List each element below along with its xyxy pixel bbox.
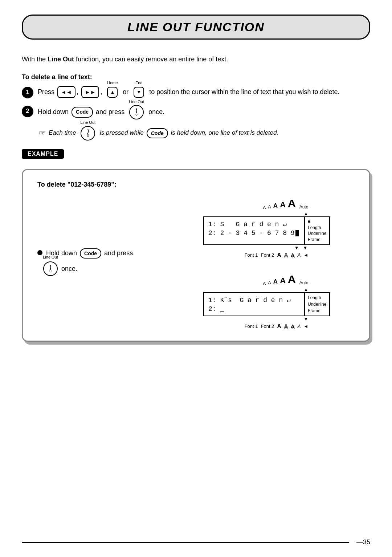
or-text: or	[123, 88, 130, 95]
note: ☞ Each time Line Out ) 0 is pressed whil…	[38, 126, 370, 141]
back-arrow-key[interactable]: ◄◄	[57, 86, 75, 98]
step-1-text-after: to position the cursor within the line o…	[149, 88, 339, 95]
intro-text-after: function, you can easily remove an entir…	[74, 56, 228, 63]
note-italic-2: is pressed while	[100, 129, 146, 136]
bullet-dot	[37, 250, 42, 255]
spacer	[37, 197, 189, 248]
lcd-2-display-row: 1: K´s G a r d e n ↵ 2: _ Length Underli…	[203, 292, 330, 316]
delete-heading: To delete a line of text:	[22, 73, 370, 81]
home-key[interactable]: ▲	[107, 87, 118, 98]
example-label-container: EXAMPLE	[22, 149, 370, 166]
lcd-2: A A A A A Auto ▲ 1: K´s G a r d e n ↵	[203, 273, 330, 330]
note-text: Each time Line Out ) 0 is pressed while …	[49, 126, 278, 141]
code-key-example[interactable]: Code	[80, 248, 101, 259]
example-two-col: Hold down Code and press Line Out ) 0 on…	[37, 197, 355, 330]
step-2-number: 2	[22, 106, 33, 117]
example-box: To delete "012-345-6789": Hold down Code…	[22, 169, 370, 342]
step-2-content: Hold down Code and press Line Out ) 0 on…	[38, 105, 370, 119]
and-press-text: and press	[104, 249, 133, 257]
title-box: LINE OUT FUNCTION	[22, 15, 370, 40]
page: LINE OUT FUNCTION With the Line Out func…	[0, 0, 392, 557]
lcd-1-display-row: 1: S G a r d e n ↵ 2: 2 - 3 4 5 - 6 7 8 …	[203, 216, 330, 245]
lcd-2-tri-up: ▲	[304, 287, 330, 292]
end-key[interactable]: ▼	[134, 87, 144, 98]
intro-bold: Line Out	[48, 56, 74, 63]
bullet-content: Hold down Code and press	[46, 248, 133, 259]
key-row: Line Out ) 0 once.	[42, 261, 189, 276]
intro-paragraph: With the Line Out function, you can easi…	[22, 54, 370, 65]
lcd-1: A A A A A Auto ▲ 1: S G a r d e n ↵	[203, 197, 330, 259]
line-out-label-step2: Line Out	[129, 98, 144, 105]
lcd-2-sizes: A A A A A Auto	[263, 273, 330, 285]
step-1-content: Press ◄◄, ►► , Home ▲ or End ▼	[38, 86, 370, 98]
lcd-1-right-labels: ■ Length Underline Frame	[305, 216, 330, 245]
footer-line	[22, 542, 349, 543]
lcd-1-tri-down1: ▼ ▼	[294, 245, 330, 251]
lcd-1-line1: 1: S G a r d e n ↵	[208, 219, 300, 229]
lcd-1-font-row: Font 1 Font 2 A A A A ◄	[245, 252, 330, 259]
step-2: 2 Hold down Code and press Line Out ) 0 …	[22, 105, 370, 119]
forward-arrow-key[interactable]: ►►	[81, 86, 99, 98]
step-1-text-before: Press	[38, 88, 56, 95]
example-box-title: To delete "012-345-6789":	[37, 181, 355, 188]
lcd-1-screen: 1: S G a r d e n ↵ 2: 2 - 3 4 5 - 6 7 8 …	[203, 216, 305, 245]
step-2-and-press: and press	[96, 108, 126, 115]
lcd-1-tri-up: ▲	[304, 211, 330, 216]
lcd-2-right-labels: Length Underline Frame	[305, 292, 330, 316]
once-text-ex: once.	[61, 265, 77, 273]
step-1-number: 1	[22, 87, 33, 98]
lcd-2-tri-down: ▼	[304, 316, 330, 322]
code-key-step2[interactable]: Code	[72, 107, 93, 118]
lcd-1-line2: 2: 2 - 3 4 5 - 6 7 8 9	[208, 229, 300, 237]
lcd-2-font-row: Font 1 Font 2 A A A A ◄	[245, 323, 330, 330]
example-left: Hold down Code and press Line Out ) 0 on…	[37, 197, 189, 276]
step-2-hold-text: Hold down	[38, 108, 70, 115]
steps-container: 1 Press ◄◄, ►► , Home ▲ or End	[22, 86, 370, 141]
step-2-once: once.	[148, 108, 164, 115]
page-number: —35	[356, 538, 370, 546]
line-out-label-ex: Line Out	[43, 255, 58, 259]
line-out-label-note: Line Out	[81, 119, 96, 126]
note-icon: ☞	[38, 127, 45, 139]
cursor	[295, 230, 299, 236]
bullet-step: Hold down Code and press	[37, 248, 189, 259]
lcd-2-line2: 2: _	[208, 305, 300, 313]
zero-key-example[interactable]: ) 0	[43, 261, 58, 276]
zero-key-step2[interactable]: ) 0	[129, 105, 144, 119]
example-right: A A A A A Auto ▲ 1: S G a r d e n ↵	[203, 197, 355, 330]
end-label: End	[135, 80, 143, 86]
page-title: LINE OUT FUNCTION	[34, 20, 358, 34]
note-italic: Each time	[49, 129, 78, 136]
zero-key-note[interactable]: ) 0	[81, 126, 95, 141]
home-label: Home	[107, 80, 118, 86]
lcd-1-sizes: A A A A A Auto	[263, 197, 330, 210]
lcd-2-line1: 1: K´s G a r d e n ↵	[208, 295, 300, 305]
example-label: EXAMPLE	[22, 149, 64, 159]
page-footer: —35	[0, 538, 392, 546]
code-key-note[interactable]: Code	[147, 128, 168, 138]
step-1: 1 Press ◄◄, ►► , Home ▲ or End	[22, 86, 370, 98]
lcd-2-screen: 1: K´s G a r d e n ↵ 2: _	[203, 292, 305, 316]
note-italic-3: is held down, one line of text is delete…	[171, 129, 278, 136]
intro-text-before: With the	[22, 56, 48, 63]
